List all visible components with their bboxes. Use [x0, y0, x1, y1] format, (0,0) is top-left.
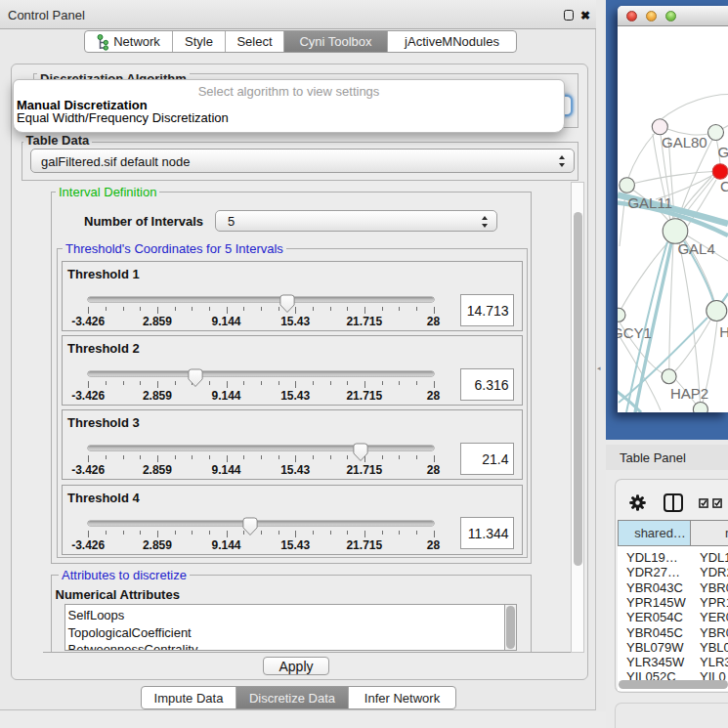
svg-text:GCY1: GCY1 — [618, 324, 652, 341]
svg-text:GAL11: GAL11 — [627, 194, 672, 211]
svg-text:GAL4: GAL4 — [677, 240, 714, 257]
svg-text:HAP2: HAP2 — [670, 385, 708, 402]
svg-text:C: C — [720, 178, 728, 194]
svg-text:H: H — [719, 323, 728, 340]
svg-text:GA: GA — [718, 144, 728, 160]
svg-text:GAL80: GAL80 — [662, 134, 707, 150]
